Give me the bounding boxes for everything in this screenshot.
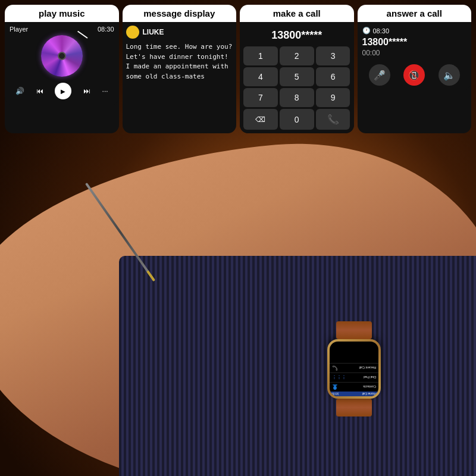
clock-icon: 🕐 (362, 27, 371, 35)
answer-panel: answer a call 🕐 08:30 13800***** 00:00 🎤… (358, 5, 472, 133)
answer-time-value: 08:30 (373, 27, 390, 35)
answer-controls: 🎤 📵 🔈 (362, 64, 467, 86)
dial-panel: make a call 13800***** 1 2 3 4 5 6 7 8 9… (240, 5, 354, 133)
dial-panel-content: 13800***** 1 2 3 4 5 6 7 8 9 ⌫ 0 📞 (240, 22, 354, 133)
prev-button[interactable]: ⏮ (36, 87, 43, 95)
message-body: Long time see. How are you? Let's have d… (126, 42, 233, 82)
dial-key-6[interactable]: 6 (316, 67, 350, 86)
speaker-button[interactable]: 🔈 (439, 64, 460, 86)
vinyl-area (8, 35, 115, 77)
watch-body: Phone Call 10:09 Contacts 👤 Dial Pad ⋮⋮⋮… (327, 339, 381, 399)
dial-panel-label: make a call (240, 5, 354, 22)
next-button[interactable]: ⏭ (83, 87, 90, 95)
sender-avatar (126, 26, 139, 39)
message-panel-content: LIUKE Long time see. How are you? Let's … (123, 22, 237, 129)
volume-button[interactable]: 🔊 (15, 87, 24, 95)
dialpad: 1 2 3 4 5 6 7 8 9 ⌫ 0 📞 (242, 45, 352, 131)
message-panel: message display LIUKE Long time see. How… (123, 5, 237, 133)
dial-key-1[interactable]: 1 (243, 46, 278, 65)
music-player-header: Player 08:30 (8, 26, 115, 33)
dialpad-icon: ⋮⋮⋮ (332, 375, 346, 380)
contacts-icon: 👤 (332, 384, 338, 390)
dial-key-7[interactable]: 7 (243, 88, 278, 107)
music-controls: 🔊 ⏮ ▶ ⏭ ··· (8, 80, 115, 102)
watch-header: Phone Call 10:09 (330, 392, 378, 396)
watch-band-top (336, 399, 372, 416)
play-button[interactable]: ▶ (55, 83, 71, 99)
vinyl-center (58, 52, 66, 60)
dial-key-4[interactable]: 4 (243, 67, 278, 86)
dial-key-9[interactable]: 9 (316, 88, 350, 107)
dial-key-2[interactable]: 2 (280, 46, 314, 65)
mute-button[interactable]: 🎤 (369, 64, 390, 86)
watch-menu-recent[interactable]: Recent Call 📞 (330, 363, 378, 372)
sender-name: LIUKE (143, 28, 164, 36)
message-panel-label: message display (123, 5, 237, 22)
dial-key-call[interactable]: 📞 (316, 109, 350, 130)
watch-band-bottom (336, 321, 372, 339)
watch-title: Phone Call (362, 392, 377, 396)
watch-menu-contacts[interactable]: Contacts 👤 (330, 382, 378, 392)
dial-key-delete[interactable]: ⌫ (243, 109, 278, 130)
music-panel: play music Player 08:30 🔊 ⏮ ▶ ⏭ ··· (5, 5, 119, 133)
dial-key-5[interactable]: 5 (280, 67, 314, 86)
player-label: Player (10, 26, 28, 33)
dial-number: 13800***** (242, 24, 352, 45)
music-panel-content: Player 08:30 🔊 ⏮ ▶ ⏭ ··· (5, 22, 119, 105)
player-time: 08:30 (98, 26, 114, 33)
watch-menu-contacts-label: Contacts (363, 386, 376, 389)
answer-number: 13800***** (362, 37, 467, 48)
answer-panel-content: 🕐 08:30 13800***** 00:00 🎤 📵 🔈 (358, 22, 472, 90)
dial-key-0[interactable]: 0 (280, 109, 314, 130)
watch-screen: Phone Call 10:09 Contacts 👤 Dial Pad ⋮⋮⋮… (330, 342, 378, 396)
answer-panel-label: answer a call (358, 5, 472, 22)
answer-time-row: 🕐 08:30 (362, 27, 467, 35)
watch-menu-dialpad[interactable]: Dial Pad ⋮⋮⋮ (330, 372, 378, 382)
dial-key-3[interactable]: 3 (316, 46, 350, 65)
more-button[interactable]: ··· (102, 87, 108, 95)
watch-menu-recent-label: Recent Call (359, 367, 376, 370)
message-header: LIUKE (126, 26, 233, 39)
panels-container: play music Player 08:30 🔊 ⏮ ▶ ⏭ ··· m (5, 5, 471, 133)
dial-key-8[interactable]: 8 (280, 88, 314, 107)
sleeve (119, 256, 476, 476)
answer-duration: 00:00 (362, 49, 467, 57)
smartwatch: Phone Call 10:09 Contacts 👤 Dial Pad ⋮⋮⋮… (327, 321, 381, 416)
watch-time: 10:09 (331, 392, 339, 396)
recent-call-icon: 📞 (332, 365, 338, 371)
music-panel-label: play music (5, 5, 119, 22)
watch-menu-dialpad-label: Dial Pad (364, 376, 376, 380)
vinyl-record (41, 35, 83, 77)
hangup-button[interactable]: 📵 (403, 64, 425, 86)
